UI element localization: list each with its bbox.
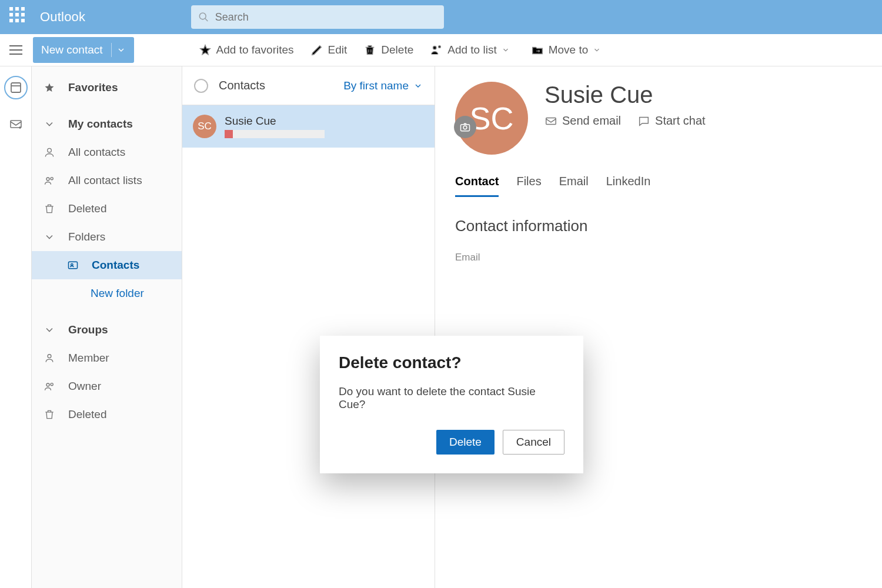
add-to-list-button[interactable]: Add to list <box>430 44 514 56</box>
svg-point-0 <box>200 13 206 19</box>
dialog-delete-button[interactable]: Delete <box>436 430 495 455</box>
chevron-down-icon <box>593 46 601 54</box>
trash-icon <box>363 44 376 56</box>
add-favorites-button[interactable]: Add to favorites <box>199 44 294 56</box>
star-icon <box>44 82 55 93</box>
nav-all-contact-lists[interactable]: All contact lists <box>32 166 182 195</box>
tab-files[interactable]: Files <box>516 175 541 197</box>
detail-name: Susie Cue <box>544 82 706 108</box>
new-contact-label: New contact <box>41 44 103 56</box>
hamburger-icon[interactable] <box>9 45 22 55</box>
avatar: SC <box>193 115 216 138</box>
nav-deleted[interactable]: Deleted <box>32 195 182 223</box>
tab-email[interactable]: Email <box>559 175 589 197</box>
nav-folders[interactable]: Folders <box>32 223 182 251</box>
mail-icon <box>544 115 557 128</box>
nav-favorites[interactable]: Favorites <box>32 74 182 102</box>
nav-groups-deleted[interactable]: Deleted <box>32 400 182 429</box>
svg-marker-7 <box>45 83 54 92</box>
camera-icon <box>459 121 471 133</box>
chevron-down-icon <box>116 45 126 55</box>
contacts-folder-icon <box>67 259 79 271</box>
chevron-down-icon <box>44 118 55 130</box>
new-contact-button[interactable]: New contact <box>33 37 134 63</box>
tab-contact[interactable]: Contact <box>455 175 499 197</box>
svg-point-9 <box>46 178 49 181</box>
delete-contact-dialog: Delete contact? Do you want to delete th… <box>320 336 583 473</box>
nav-my-contacts[interactable]: My contacts <box>32 110 182 138</box>
folder-move-icon <box>531 44 544 56</box>
nav-all-contacts[interactable]: All contacts <box>32 138 182 166</box>
app-rail <box>0 66 32 588</box>
nav-owner[interactable]: Owner <box>32 372 182 400</box>
people-list-icon <box>430 44 443 56</box>
chat-icon <box>637 115 650 128</box>
search-box[interactable] <box>191 5 444 29</box>
svg-point-13 <box>48 355 51 358</box>
send-email-button[interactable]: Send email <box>544 114 621 128</box>
dialog-title: Delete contact? <box>339 353 564 372</box>
list-title: Contacts <box>219 79 343 92</box>
svg-point-4 <box>439 46 441 48</box>
nav-member[interactable]: Member <box>32 344 182 372</box>
contact-list-panel: Contacts By first name SC Susie Cue <box>182 66 435 588</box>
detail-panel: SC Susie Cue Send email Start chat <box>435 66 882 588</box>
app-name: Outlook <box>40 9 85 25</box>
search-icon <box>198 11 209 23</box>
contact-list-item[interactable]: SC Susie Cue <box>182 105 435 148</box>
start-chat-button[interactable]: Start chat <box>637 114 706 128</box>
person-icon <box>44 146 55 158</box>
edit-button[interactable]: Edit <box>310 44 348 56</box>
contact-subtext-redacted <box>225 130 325 138</box>
nav-panel: Favorites My contacts All contacts All c… <box>32 66 182 588</box>
app-launcher-icon[interactable] <box>9 7 29 27</box>
chevron-down-icon <box>413 81 423 91</box>
dialog-body: Do you want to delete the contact Susie … <box>339 385 564 411</box>
svg-line-1 <box>205 18 208 21</box>
svg-rect-18 <box>546 118 556 124</box>
svg-point-15 <box>51 383 53 386</box>
nav-groups[interactable]: Groups <box>32 316 182 344</box>
svg-rect-5 <box>11 83 21 92</box>
star-plus-icon <box>199 44 212 56</box>
change-photo-button[interactable] <box>454 116 476 138</box>
title-bar: Outlook <box>0 0 882 34</box>
svg-point-3 <box>433 46 437 50</box>
email-field-label: Email <box>455 252 882 263</box>
list-header: Contacts By first name <box>182 66 435 105</box>
trash-icon <box>44 409 55 420</box>
people-app-icon[interactable] <box>4 76 28 99</box>
tab-linkedin[interactable]: LinkedIn <box>606 175 651 197</box>
pencil-icon <box>310 44 323 56</box>
contact-name: Susie Cue <box>225 115 325 128</box>
move-to-button[interactable]: Move to <box>531 44 606 56</box>
select-all-checkbox[interactable] <box>194 79 208 93</box>
delete-button[interactable]: Delete <box>363 44 413 56</box>
svg-point-10 <box>51 178 53 180</box>
people-icon <box>44 175 55 186</box>
people-icon <box>44 380 55 392</box>
svg-point-12 <box>71 264 73 266</box>
person-icon <box>44 352 55 364</box>
svg-point-17 <box>463 126 467 129</box>
section-title: Contact information <box>455 217 882 235</box>
svg-marker-2 <box>200 45 210 55</box>
dialog-cancel-button[interactable]: Cancel <box>503 430 564 455</box>
svg-point-14 <box>46 383 49 386</box>
chevron-down-icon <box>44 324 55 336</box>
chevron-down-icon <box>44 231 55 243</box>
detail-tabs: Contact Files Email LinkedIn <box>455 175 882 197</box>
command-bar: New contact Add to favorites Edit Delete… <box>0 34 882 66</box>
search-input[interactable] <box>215 11 437 24</box>
chevron-down-icon <box>502 46 510 54</box>
trash-icon <box>44 203 55 215</box>
sort-button[interactable]: By first name <box>343 79 423 92</box>
nav-new-folder[interactable]: New folder <box>32 279 182 308</box>
svg-point-8 <box>48 148 52 152</box>
nav-contacts-folder[interactable]: Contacts <box>32 251 182 279</box>
mail-app-icon[interactable] <box>9 117 23 133</box>
